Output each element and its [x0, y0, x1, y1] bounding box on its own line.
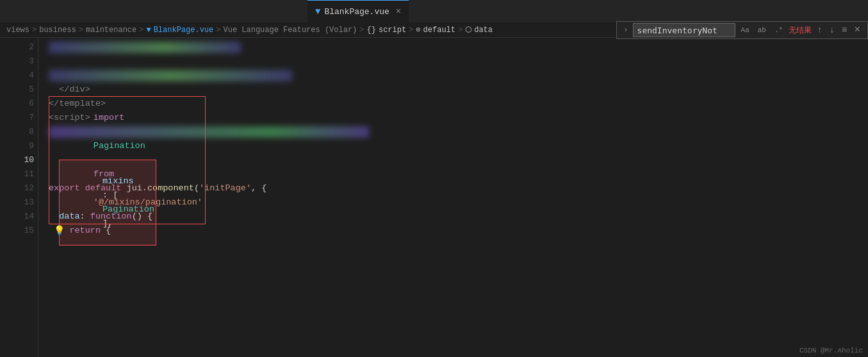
code-pagination-name: Pagination: [94, 141, 145, 151]
line-num-2: 2: [0, 40, 34, 54]
code-line-15: 💡 return {: [49, 224, 868, 238]
code-from-space: [94, 155, 99, 165]
line-num-4: 4: [0, 69, 34, 83]
search-no-result-label: 无结果: [789, 25, 812, 36]
code-import-path: '@/mixins/pagination': [94, 197, 202, 207]
breadcrumb-sep-7: >: [458, 26, 463, 35]
breadcrumb-views: views: [6, 26, 29, 35]
line-num-11: 11: [0, 167, 34, 181]
code-line-3: [49, 54, 868, 69]
lightbulb-icon: 💡: [54, 224, 65, 238]
tab-bar: ▼ BlankPage.vue ×: [0, 0, 868, 22]
search-next-button[interactable]: ↓: [828, 25, 837, 35]
blankpage-tab[interactable]: ▼ BlankPage.vue ×: [307, 0, 409, 22]
search-query-text: sendInventoryNot: [637, 26, 717, 35]
search-menu-button[interactable]: ≡: [840, 25, 849, 35]
search-word-button[interactable]: ab: [755, 25, 769, 35]
breadcrumb-data-icon: ⬡: [465, 25, 471, 35]
vue-breadcrumb-icon: ▼: [146, 26, 151, 35]
breadcrumb-language: Vue Language Features (Volar): [223, 26, 357, 35]
line-numbers-panel: 2 3 4 5 6 7 8 9 10 11 12 13 14 15: [0, 38, 38, 357]
breadcrumb-sep-5: >: [359, 26, 364, 35]
breadcrumb-sep-4: >: [216, 26, 220, 35]
watermark: CSDN @Mr.Aholic: [799, 347, 863, 354]
breadcrumb-default: default: [423, 26, 455, 35]
code-from-space2: [94, 183, 99, 193]
code-line-5: </div>: [49, 83, 868, 97]
tab-label: BlankPage.vue: [324, 7, 389, 17]
line-num-12: 12: [0, 181, 34, 195]
code-editor[interactable]: </div> </template> <script> import Pagin…: [38, 38, 868, 357]
code-from-keyword: from: [94, 169, 114, 179]
editor-area: 2 3 4 5 6 7 8 9 10 11 12 13 14 15 </div>: [0, 38, 868, 357]
breadcrumb-filename: BlankPage.vue: [154, 26, 214, 35]
line-num-15: 15: [0, 224, 34, 238]
breadcrumb-sep-3: >: [139, 26, 143, 35]
search-close-button[interactable]: ×: [852, 24, 862, 36]
tab-close-button[interactable]: ×: [396, 6, 401, 17]
search-regex-button[interactable]: .*: [772, 25, 785, 35]
search-expand-icon[interactable]: ›: [622, 26, 629, 35]
breadcrumb-business: business: [39, 26, 76, 35]
line-num-9: 9: [0, 139, 34, 153]
vue-icon: ▼: [315, 6, 320, 17]
code-line-2: [49, 40, 868, 54]
blurred-content-2: [49, 42, 241, 53]
line-num-13: 13: [0, 195, 34, 210]
code-line-10: import Pagination from '@/mixins/paginat…: [49, 153, 868, 167]
breadcrumb-bar: views > business > maintenance > ▼ Blank…: [0, 22, 868, 38]
breadcrumb-sep-6: >: [409, 26, 413, 35]
breadcrumb-script: script: [379, 26, 406, 35]
code-import-space: [94, 127, 99, 137]
code-initpage-string: 'initPage': [199, 181, 251, 195]
breadcrumb-data: data: [474, 26, 493, 35]
line-num-7: 7: [0, 111, 34, 125]
code-import-keyword: import: [94, 113, 125, 122]
line-num-14: 14: [0, 210, 34, 224]
search-case-button[interactable]: Aa: [739, 25, 752, 35]
breadcrumb-default-icon: ⊙: [416, 25, 420, 35]
code-comma-brace: , {: [251, 181, 266, 195]
search-widget: › sendInventoryNot Aa ab .* 无结果 ↑ ↓ ≡ ×: [616, 21, 868, 39]
code-line-4: [49, 69, 868, 83]
code-tag-close-div: </div>: [49, 83, 90, 97]
line-num-8: 8: [0, 125, 34, 139]
breadcrumb-script-icon: {}: [367, 26, 376, 35]
blurred-content-4: [49, 70, 292, 81]
line-num-5: 5: [0, 83, 34, 97]
search-input-box[interactable]: sendInventoryNot: [633, 23, 735, 37]
code-brace-open-15: {: [101, 224, 111, 238]
breadcrumb-sep-2: >: [79, 26, 83, 35]
search-prev-button[interactable]: ↑: [815, 25, 824, 35]
breadcrumb-maintenance: maintenance: [86, 26, 136, 35]
line-num-6: 6: [0, 97, 34, 111]
line-num-10: 10: [0, 153, 34, 167]
breadcrumb-sep-1: >: [32, 26, 37, 35]
code-return-keyword: return: [69, 224, 101, 238]
line-num-3: 3: [0, 54, 34, 69]
